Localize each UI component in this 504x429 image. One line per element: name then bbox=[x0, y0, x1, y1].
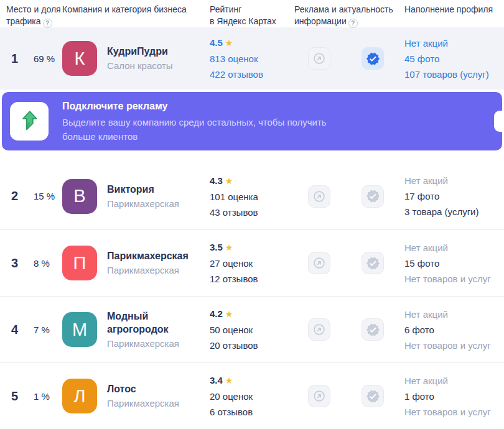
table-row[interactable]: 2 15 % В Виктория Парикмахерская 4.3★ 10… bbox=[0, 163, 504, 229]
traffic-share: 15 % bbox=[34, 191, 55, 201]
place-number: 3 bbox=[6, 256, 34, 270]
profile-cell: Нет акций 15 фото Нет товаров и услуг bbox=[404, 240, 498, 287]
ads-promo-icon[interactable] bbox=[308, 47, 330, 70]
place-cell: 5 1 % bbox=[6, 389, 62, 404]
company-name: КудриПудри bbox=[107, 45, 173, 58]
table-header: Место и доля трафика? Компания и категор… bbox=[0, 0, 504, 27]
star-icon: ★ bbox=[225, 309, 233, 319]
star-icon: ★ bbox=[225, 242, 233, 252]
company-category: Парикмахерская bbox=[107, 337, 203, 350]
table-row-own-company[interactable]: 1 69 % К КудриПудри Салон красоты 4.5★ 8… bbox=[0, 27, 504, 90]
ads-promo-icon[interactable] bbox=[308, 318, 330, 341]
rating-cell: 4.2★ 50 оценок 20 отзывов bbox=[210, 306, 294, 353]
photos-link[interactable]: 45 фото bbox=[404, 51, 498, 67]
place-cell: 4 7 % bbox=[6, 323, 62, 337]
ratings-count: 50 оценок bbox=[210, 322, 294, 338]
products-status: Нет товаров и услуг bbox=[404, 338, 498, 353]
traffic-share: 7 % bbox=[34, 325, 50, 335]
place-number: 1 bbox=[6, 52, 34, 66]
company-cell: К КудриПудри Салон красоты bbox=[62, 41, 210, 76]
profile-cell: Нет акций 1 фото Нет товаров и услуг bbox=[404, 373, 498, 420]
place-number: 2 bbox=[6, 189, 34, 203]
ratings-count: 20 оценок bbox=[210, 389, 294, 404]
company-category: Парикмахерская bbox=[107, 264, 189, 277]
banner-title: Подключите рекламу bbox=[62, 99, 355, 113]
products-link[interactable]: 107 товаров (услуг) bbox=[404, 67, 498, 82]
place-cell: 2 15 % bbox=[6, 189, 62, 203]
promos-status: Нет акций bbox=[404, 173, 498, 188]
traffic-share: 69 % bbox=[34, 53, 55, 64]
avatar: М bbox=[62, 312, 97, 347]
column-header-company: Компания и категория бизнеса bbox=[62, 4, 210, 16]
rating-cell: 4.5★ 813 оценок 422 отзывов bbox=[210, 35, 294, 82]
avatar: П bbox=[62, 246, 97, 280]
photos-count: 15 фото bbox=[404, 256, 498, 271]
column-header-rating: Рейтинг в Яндекс Картах bbox=[210, 4, 294, 27]
photos-count: 6 фото bbox=[404, 322, 498, 338]
rating-value: 4.5 bbox=[210, 37, 223, 48]
growth-arrow-icon bbox=[17, 109, 42, 134]
info-verified-icon[interactable] bbox=[362, 385, 384, 407]
info-verified-icon[interactable] bbox=[362, 185, 384, 208]
competitors-table: Место и доля трафика? Компания и категор… bbox=[0, 0, 504, 429]
rating-value: 3.4 bbox=[210, 375, 223, 385]
ads-cell bbox=[294, 185, 404, 208]
help-icon[interactable]: ? bbox=[43, 19, 52, 28]
rating-value: 4.2 bbox=[210, 308, 223, 319]
reviews-count: 6 отзывов bbox=[210, 404, 294, 420]
rating-value: 3.5 bbox=[210, 242, 223, 252]
promos-link[interactable]: Нет акций bbox=[404, 35, 498, 51]
traffic-share: 1 % bbox=[34, 391, 50, 402]
profile-cell: Нет акций 17 фото 3 товара (услуги) bbox=[404, 173, 498, 219]
rating-cell: 3.4★ 20 оценок 6 отзывов bbox=[210, 372, 294, 420]
profile-cell: Нет акций 45 фото 107 товаров (услуг) bbox=[404, 35, 498, 82]
photos-count: 17 фото bbox=[404, 188, 498, 204]
reviews-count-link[interactable]: 422 отзывов bbox=[210, 67, 294, 82]
ads-cell bbox=[294, 47, 404, 70]
company-name: Парикмахерская bbox=[107, 249, 189, 262]
info-verified-icon[interactable] bbox=[362, 318, 384, 341]
star-icon: ★ bbox=[225, 376, 233, 385]
growth-arrow-tile bbox=[10, 102, 49, 141]
ads-promo-icon[interactable] bbox=[308, 185, 330, 208]
ads-promo-icon[interactable] bbox=[308, 252, 330, 274]
reviews-count: 20 отзывов bbox=[210, 338, 294, 353]
company-cell: П Парикмахерская Парикмахерская bbox=[62, 246, 210, 280]
reviews-count: 12 отзывов bbox=[210, 271, 294, 287]
ads-promo-icon[interactable] bbox=[308, 385, 330, 407]
column-header-profile: Наполнение профиля bbox=[404, 4, 498, 16]
promos-status: Нет акций bbox=[404, 373, 498, 389]
place-cell: 3 8 % bbox=[6, 256, 62, 270]
company-category: Парикмахерская bbox=[107, 397, 179, 410]
competitor-rows: 2 15 % В Виктория Парикмахерская 4.3★ 10… bbox=[0, 163, 504, 429]
table-row[interactable]: 4 7 % М Модный агрогородок Парикмахерска… bbox=[0, 296, 504, 362]
info-verified-icon[interactable] bbox=[362, 252, 384, 274]
ratings-count-link[interactable]: 813 оценок bbox=[210, 51, 294, 67]
promos-status: Нет акций bbox=[404, 307, 498, 322]
help-icon[interactable]: ? bbox=[348, 19, 358, 28]
ads-cell bbox=[294, 385, 404, 407]
reviews-count: 43 отзывов bbox=[210, 205, 294, 220]
table-row[interactable]: 5 1 % Л Лотос Парикмахерская 3.4★ 20 оце… bbox=[0, 362, 504, 429]
company-name: Лотос bbox=[107, 382, 179, 395]
avatar: К bbox=[62, 41, 97, 76]
traffic-share: 8 % bbox=[34, 258, 50, 269]
table-row[interactable]: 3 8 % П Парикмахерская Парикмахерская 3.… bbox=[0, 229, 504, 296]
banner-edge-button[interactable] bbox=[494, 111, 502, 132]
place-number: 5 bbox=[6, 389, 34, 404]
promos-status: Нет акций bbox=[404, 240, 498, 256]
place-cell: 1 69 % bbox=[6, 52, 62, 66]
banner-text: Подключите рекламу Выделите вашу компани… bbox=[62, 99, 355, 144]
connect-ads-banner[interactable]: Подключите рекламу Выделите вашу компани… bbox=[2, 92, 502, 150]
column-header-ads: Реклама и актуальность информации? bbox=[294, 4, 404, 28]
avatar: В bbox=[62, 179, 97, 214]
banner-subtitle: Выделите вашу компанию среди остальных, … bbox=[62, 115, 355, 144]
ratings-count: 101 оценка bbox=[210, 189, 294, 205]
company-name: Виктория bbox=[107, 183, 179, 196]
rating-cell: 3.5★ 27 оценок 12 отзывов bbox=[210, 239, 294, 287]
avatar: Л bbox=[62, 379, 97, 413]
company-name: Модный агрогородок bbox=[107, 310, 203, 336]
info-verified-icon[interactable] bbox=[362, 47, 384, 70]
products-count: 3 товара (услуги) bbox=[404, 204, 498, 219]
ads-cell bbox=[294, 252, 404, 274]
